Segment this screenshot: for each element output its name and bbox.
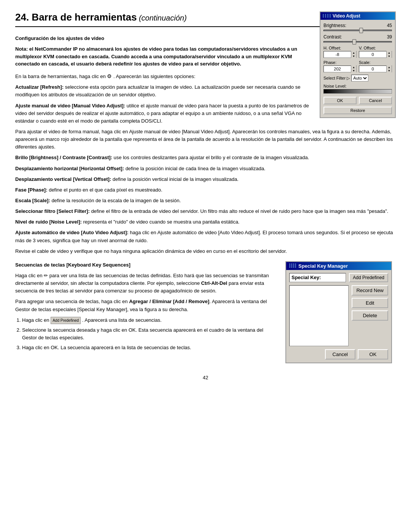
- h-offset-label: H. Offset:: [323, 46, 357, 50]
- v-offset-input[interactable]: [359, 52, 386, 57]
- v-offset-label: V. Offset:: [359, 46, 392, 50]
- va-restore-button[interactable]: Restore: [323, 107, 392, 114]
- def-auto-video: Ajuste automático de video [Auto Video A…: [15, 229, 396, 244]
- section2-heading: Secuencias de teclas [Keyboard Key Seque…: [15, 261, 278, 269]
- term-filter: Seleccionar filtro [Select Filter]:: [15, 208, 90, 214]
- filter-label: Select Filter ▷: [323, 76, 350, 81]
- term-brightness: Brillo [Brightness] / Contraste [Contras…: [15, 155, 112, 160]
- ctrl-alt-del: Ctrl-Alt-Del: [201, 280, 227, 286]
- video-adjust-title: Video Adjust: [333, 13, 360, 19]
- special-key-label: Special Key:: [289, 273, 346, 282]
- skm-bottom-btns: Cancel OK: [289, 349, 388, 359]
- edit-button[interactable]: Edit: [352, 298, 388, 308]
- brightness-row: Brightness: 45: [323, 23, 392, 31]
- add-predefined-button[interactable]: Add Predefined: [349, 273, 388, 282]
- scale-up[interactable]: ▲: [386, 66, 392, 69]
- def-noise: Nivel de ruido [Noise Level]: representa…: [15, 218, 396, 226]
- scale-input[interactable]: [359, 67, 386, 71]
- page-title-suffix: (continuación): [137, 14, 186, 22]
- brightness-thumb[interactable]: [359, 28, 363, 33]
- h-offset-arrows: ▲ ▼: [351, 51, 356, 58]
- v-offset-down[interactable]: ▼: [386, 54, 392, 58]
- term-phase: Fase [Phase]:: [15, 187, 48, 193]
- scale-label: Scale:: [359, 60, 392, 65]
- special-key-label-text: Special Key:: [292, 275, 321, 280]
- titlebar-grip: [323, 14, 331, 18]
- phase-label: Phase:: [323, 60, 357, 65]
- contrast-value: 39: [387, 34, 392, 40]
- skm-top-row: Special Key: Add Predefined: [289, 273, 388, 282]
- special-key-list[interactable]: [289, 285, 349, 346]
- record-new-button[interactable]: Record New: [352, 285, 388, 296]
- phase-spinbox[interactable]: ▲ ▼: [323, 66, 357, 72]
- v-offset-arrows: ▲ ▼: [386, 51, 392, 58]
- def-h-offset: Desplazamiento horizontal [Horizontal Of…: [15, 165, 396, 173]
- va-ok-cancel-row: OK Cancel: [323, 97, 392, 104]
- scale-down[interactable]: ▼: [386, 69, 392, 72]
- scale-spinbox[interactable]: ▲ ▼: [359, 66, 392, 72]
- h-offset-down[interactable]: ▼: [351, 54, 356, 58]
- skm-list-area: Record New Edit Delete: [289, 285, 388, 346]
- skm-right-btns: Record New Edit Delete: [352, 285, 388, 346]
- agregar-eliminar: Agregar / Eliminar [Add / Remove]: [129, 299, 209, 304]
- para-cable-check: Revise el cable de video y verifique que…: [15, 248, 396, 255]
- phase-input[interactable]: [324, 67, 351, 71]
- brightness-label: Brightness:: [323, 23, 346, 28]
- va-ok-button[interactable]: OK: [323, 97, 357, 104]
- delete-button[interactable]: Delete: [352, 310, 388, 321]
- special-key-manager-widget: Special Key Manager Special Key: Add Pre…: [285, 261, 392, 363]
- term-actualizar: Actualizar [Refresh]:: [15, 84, 64, 90]
- noise-bar: [323, 89, 392, 94]
- term-scale: Escala [Scale]:: [15, 198, 50, 203]
- filter-select[interactable]: Auto: [351, 75, 368, 81]
- contrast-slider[interactable]: [323, 41, 392, 43]
- v-offset-up[interactable]: ▲: [386, 51, 392, 54]
- h-offset-input[interactable]: [324, 52, 351, 57]
- v-offset-spinbox[interactable]: ▲ ▼: [359, 51, 392, 58]
- va-cancel-button[interactable]: Cancel: [359, 97, 392, 104]
- phase-down[interactable]: ▼: [351, 69, 356, 72]
- list-item-1: Haga clic en Add Predefined . Aparecerá …: [22, 316, 278, 324]
- noise-label: Noise Level:: [323, 84, 392, 88]
- list-item-2: Seleccione la secuencia deseada y haga c…: [22, 326, 278, 342]
- term-manual-video: Ajuste manual de video [Manual Video Adj…: [15, 103, 125, 109]
- add-predefined-inline-btn[interactable]: Add Predefined: [51, 317, 81, 324]
- contrast-thumb[interactable]: [352, 39, 356, 45]
- bottom-section: Secuencias de teclas [Keyboard Key Seque…: [15, 261, 396, 363]
- skm-cancel-button[interactable]: Cancel: [325, 349, 355, 359]
- brightness-slider[interactable]: [323, 30, 392, 31]
- section2-col: Secuencias de teclas [Keyboard Key Seque…: [15, 261, 278, 363]
- brightness-value: 45: [387, 23, 392, 28]
- section2-para2: Para agregar una secuencia de teclas, ha…: [15, 298, 278, 313]
- video-adjust-widget: Video Adjust Brightness: 45 Contrast: 39: [320, 11, 396, 118]
- phase-up[interactable]: ▲: [351, 66, 356, 69]
- term-h-offset: Desplazamiento horizontal [Horizontal Of…: [15, 166, 124, 171]
- noise-row: Noise Level:: [323, 84, 392, 94]
- video-adjust-body: Brightness: 45 Contrast: 39 H. Offset:: [320, 20, 395, 117]
- phase-scale-row: Phase: ▲ ▼ Scale: ▲ ▼: [323, 60, 392, 72]
- skm-grip: [289, 264, 296, 268]
- skm-body: Special Key: Add Predefined Record New E…: [286, 270, 391, 363]
- page-title-main: 24. Barra de herramientas: [15, 11, 137, 23]
- term-noise: Nivel de ruido [Noise Level]:: [15, 219, 82, 225]
- list-item-3: Haga clic en OK. La secuencia aparecerá …: [22, 344, 278, 351]
- phase-col: Phase: ▲ ▼: [323, 60, 357, 72]
- scale-col: Scale: ▲ ▼: [359, 60, 392, 72]
- contrast-label: Contrast:: [323, 34, 342, 40]
- h-offset-col: H. Offset: ▲ ▼: [323, 46, 357, 58]
- skm-titlebar: Special Key Manager: [286, 262, 391, 270]
- def-scale: Escala [Scale]: define la resolución de …: [15, 197, 396, 204]
- h-offset-up[interactable]: ▲: [351, 51, 356, 54]
- page-number: 42: [15, 375, 396, 380]
- filter-row: Select Filter ▷ Auto: [323, 75, 392, 81]
- def-v-offset: Desplazamiento vertical [Vertical Offset…: [15, 176, 396, 183]
- skm-ok-button[interactable]: OK: [358, 349, 388, 359]
- h-offset-spinbox[interactable]: ▲ ▼: [323, 51, 357, 58]
- def-filter: Seleccionar filtro [Select Filter]: defi…: [15, 208, 396, 215]
- section2-list: Haga clic en Add Predefined . Aparecerá …: [22, 316, 278, 352]
- offset-row: H. Offset: ▲ ▼ V. Offset: ▲ ▼: [323, 46, 392, 58]
- def-phase: Fase [Phase]: define el punto en el que …: [15, 186, 396, 194]
- def-brightness: Brillo [Brightness] / Contraste [Contras…: [15, 154, 396, 161]
- phase-arrows: ▲ ▼: [351, 66, 356, 72]
- video-adjust-titlebar: Video Adjust: [320, 12, 395, 20]
